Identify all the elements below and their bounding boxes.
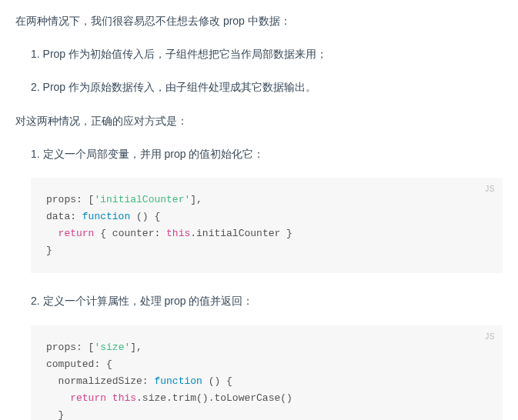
solutions-intro: 对这两种情况，正确的应对方式是： bbox=[15, 112, 503, 131]
case-item-2: 2. Prop 作为原始数据传入，由子组件处理成其它数据输出。 bbox=[31, 78, 503, 97]
code-lang-badge: JS bbox=[485, 330, 495, 343]
solution-1-label: 1. 定义一个局部变量，并用 prop 的值初始化它： bbox=[31, 145, 503, 164]
case-item-1: 1. Prop 作为初始值传入后，子组件想把它当作局部数据来用； bbox=[31, 45, 503, 64]
code-content-2: props: ['size'], computed: { normalizedS… bbox=[46, 339, 487, 421]
code-content-1: props: ['initialCounter'], data: functio… bbox=[46, 192, 487, 259]
code-block-1: JS props: ['initialCounter'], data: func… bbox=[31, 178, 503, 273]
solution-2-label: 2. 定义一个计算属性，处理 prop 的值并返回： bbox=[31, 292, 503, 311]
code-block-2: JS props: ['size'], computed: { normaliz… bbox=[31, 325, 503, 421]
code-lang-badge: JS bbox=[485, 182, 495, 195]
intro-paragraph: 在两种情况下，我们很容易忍不住想去修改 prop 中数据： bbox=[15, 12, 503, 31]
